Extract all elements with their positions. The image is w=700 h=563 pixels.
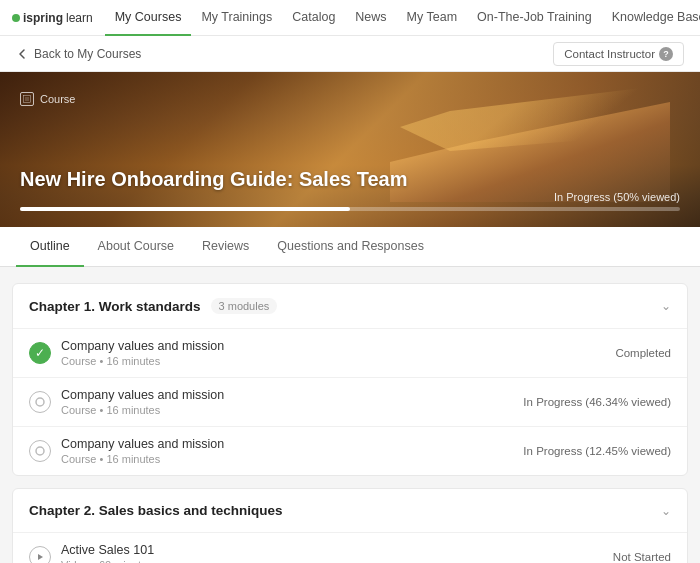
top-navigation: ispring learn My Courses My Trainings Ca…: [0, 0, 700, 36]
nav-item-news[interactable]: News: [345, 0, 396, 36]
chapter-1-title: Chapter 1. Work standards: [29, 299, 201, 314]
hero-banner: Course New Hire Onboarding Guide: Sales …: [0, 72, 700, 227]
chapter-1-modules-badge: 3 modules: [211, 298, 278, 314]
chapter-1-header[interactable]: Chapter 1. Work standards 3 modules ⌄: [13, 284, 687, 328]
module-meta: Course • 16 minutes: [61, 453, 224, 465]
module-name: Active Sales 101: [61, 543, 154, 557]
module-status: In Progress (46.34% viewed): [523, 396, 671, 408]
module-completed-icon: ✓: [29, 342, 51, 364]
module-row[interactable]: ✓ Company values and mission Course • 16…: [13, 328, 687, 377]
course-type-icon: [20, 92, 34, 106]
chapter-2-title-area: Chapter 2. Sales basics and techniques: [29, 503, 283, 518]
content-area: Chapter 1. Work standards 3 modules ⌄ ✓ …: [0, 267, 700, 563]
module-status: In Progress (12.45% viewed): [523, 445, 671, 457]
module-meta: Video • 60 minutes: [61, 559, 154, 563]
nav-item-knowledge-base[interactable]: Knowledge Base: [602, 0, 700, 36]
module-row[interactable]: Company values and mission Course • 16 m…: [13, 377, 687, 426]
module-status: Not Started: [613, 551, 671, 563]
chapter-2-title: Chapter 2. Sales basics and techniques: [29, 503, 283, 518]
module-in-progress-icon: [29, 440, 51, 462]
module-info: Company values and mission Course • 16 m…: [61, 339, 224, 367]
module-name: Company values and mission: [61, 339, 224, 353]
module-meta: Course • 16 minutes: [61, 355, 224, 367]
help-icon: ?: [659, 47, 673, 61]
module-left: Active Sales 101 Video • 60 minutes: [29, 543, 154, 563]
svg-point-5: [36, 398, 44, 406]
chapter-2-card: Chapter 2. Sales basics and techniques ⌄…: [12, 488, 688, 563]
back-bar: Back to My Courses Contact Instructor ?: [0, 36, 700, 72]
hero-progress-label: In Progress (50% viewed): [554, 191, 680, 203]
module-left: Company values and mission Course • 16 m…: [29, 437, 224, 465]
chapter-1-collapse-icon[interactable]: ⌄: [661, 299, 671, 313]
chapter-1-card: Chapter 1. Work standards 3 modules ⌄ ✓ …: [12, 283, 688, 476]
tab-about-course[interactable]: About Course: [84, 227, 188, 267]
svg-rect-2: [24, 96, 31, 103]
chapter-2-header[interactable]: Chapter 2. Sales basics and techniques ⌄: [13, 489, 687, 532]
nav-item-on-the-job-training[interactable]: On-The-Job Training: [467, 0, 602, 36]
module-info: Active Sales 101 Video • 60 minutes: [61, 543, 154, 563]
tabs-bar: Outline About Course Reviews Questions a…: [0, 227, 700, 267]
course-type-label: Course: [20, 92, 75, 106]
logo-text-learn: learn: [66, 11, 93, 25]
course-label-text: Course: [40, 93, 75, 105]
module-name: Company values and mission: [61, 437, 224, 451]
svg-marker-7: [38, 554, 43, 560]
module-name: Company values and mission: [61, 388, 224, 402]
hero-progress-fill: [20, 207, 350, 211]
hero-title: New Hire Onboarding Guide: Sales Team: [20, 166, 408, 192]
nav-item-my-courses[interactable]: My Courses: [105, 0, 192, 36]
module-row[interactable]: Active Sales 101 Video • 60 minutes Not …: [13, 532, 687, 563]
module-meta: Course • 16 minutes: [61, 404, 224, 416]
contact-instructor-label: Contact Instructor: [564, 48, 655, 60]
module-left: Company values and mission Course • 16 m…: [29, 388, 224, 416]
logo-text-ispring: ispring: [23, 11, 63, 25]
tab-outline[interactable]: Outline: [16, 227, 84, 267]
module-row[interactable]: Company values and mission Course • 16 m…: [13, 426, 687, 475]
back-link-label: Back to My Courses: [34, 47, 141, 61]
contact-instructor-button[interactable]: Contact Instructor ?: [553, 42, 684, 66]
nav-item-catalog[interactable]: Catalog: [282, 0, 345, 36]
hero-progress-bar: [20, 207, 680, 211]
logo: ispring learn: [12, 11, 93, 25]
module-info: Company values and mission Course • 16 m…: [61, 388, 224, 416]
logo-dot: [12, 14, 20, 22]
back-arrow-icon: [16, 48, 28, 60]
chapter-2-collapse-icon[interactable]: ⌄: [661, 504, 671, 518]
module-in-progress-icon: [29, 391, 51, 413]
module-status: Completed: [615, 347, 671, 359]
svg-point-6: [36, 447, 44, 455]
nav-items: My Courses My Trainings Catalog News My …: [105, 0, 700, 36]
tab-reviews[interactable]: Reviews: [188, 227, 263, 267]
module-info: Company values and mission Course • 16 m…: [61, 437, 224, 465]
module-left: ✓ Company values and mission Course • 16…: [29, 339, 224, 367]
back-to-my-courses-link[interactable]: Back to My Courses: [16, 47, 141, 61]
nav-item-my-trainings[interactable]: My Trainings: [191, 0, 282, 36]
module-video-icon: [29, 546, 51, 563]
chapter-1-title-area: Chapter 1. Work standards 3 modules: [29, 298, 277, 314]
nav-item-my-team[interactable]: My Team: [397, 0, 467, 36]
tab-questions-and-responses[interactable]: Questions and Responses: [263, 227, 438, 267]
